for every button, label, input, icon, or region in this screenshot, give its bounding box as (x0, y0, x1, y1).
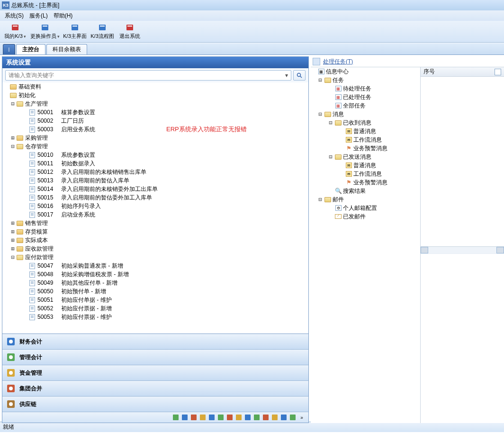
tree-item[interactable]: 50003启用业务系统 (2, 125, 308, 134)
search-box[interactable]: ▾ (5, 70, 291, 81)
expand-icon[interactable]: ⊟ (317, 111, 323, 117)
strip-icon-3[interactable] (199, 414, 207, 421)
expand-icon[interactable] (338, 162, 344, 169)
nav-guanli[interactable]: 管理会计 (2, 350, 308, 365)
task-tree-item[interactable]: ✉工作流消息 (311, 135, 420, 144)
h-scrollbar[interactable] (421, 246, 504, 254)
tree-folder[interactable]: ⊞存货核算 (2, 227, 308, 236)
expand-icon[interactable] (328, 188, 333, 194)
strip-icon-2[interactable] (190, 414, 198, 421)
strip-icon-12[interactable] (280, 414, 288, 421)
tree-item[interactable]: 50050初始预付单 - 新增 (2, 287, 308, 296)
menu-item[interactable]: 系统(S) (3, 11, 26, 21)
tree-item[interactable]: 50001核算参数设置 (2, 108, 308, 117)
exit-button[interactable]: 退出系统 (117, 22, 142, 42)
expand-icon[interactable]: ⊟ (317, 196, 323, 203)
tree-folder[interactable]: ⊞实际成本 (2, 236, 308, 244)
task-tree-item[interactable]: ⚑业务预警消息 (311, 144, 420, 153)
nav-zijin[interactable]: 资金管理 (2, 365, 308, 381)
expand-icon[interactable] (3, 91, 9, 99)
tree-item[interactable]: 50002工厂日历 (2, 117, 308, 125)
expand-icon[interactable] (328, 205, 333, 211)
tree-folder[interactable]: ⊞采购管理 (2, 134, 308, 142)
expand-icon[interactable] (338, 136, 344, 143)
my-k3-button[interactable]: 我的K/3 (3, 22, 27, 42)
tree-folder[interactable]: ⊞销售管理 (2, 219, 308, 227)
tree-container[interactable]: 基础资料 初始化⊟生产管理 50001核算参数设置 50002工厂日历 5000… (2, 82, 308, 334)
strip-icon-8[interactable] (244, 414, 252, 421)
tree-folder[interactable]: ⊟生产管理 (2, 99, 308, 108)
strip-icon-1[interactable] (181, 414, 189, 421)
nav-caiwu[interactable]: 财务会计 (2, 334, 308, 350)
task-tree-item[interactable]: ⚑业务预警消息 (311, 178, 420, 187)
expand-icon[interactable] (338, 179, 344, 186)
k3-main-button[interactable]: K/3主界面 (63, 22, 87, 42)
expand-icon[interactable] (338, 171, 344, 177)
search-dropdown-icon[interactable]: ▾ (285, 72, 288, 79)
expand-icon[interactable]: ⊞ (10, 236, 16, 244)
task-tree-pane[interactable]: ▦信息中心⊟任务 ▦待处理任务 ▦已处理任务 ▦全部任务⊟消息⊟已收到消息 ✉普… (311, 67, 421, 423)
process-task-link[interactable]: 处理任务(T) (323, 58, 353, 66)
tab-handle[interactable]: ⁞ (3, 44, 15, 54)
tree-item[interactable]: 50011初始数据录入 (2, 159, 308, 168)
tree-item[interactable]: 50010系统参数设置 (2, 151, 308, 159)
tree-item[interactable]: 50052初始应付票据 - 新增 (2, 304, 308, 313)
search-button[interactable] (293, 70, 306, 81)
tab-zhukongtai[interactable]: 主控台 (16, 44, 45, 54)
strip-icon-6[interactable] (226, 414, 234, 421)
tree-item[interactable]: 50047初始采购普通发票 - 新增 (2, 262, 308, 270)
expand-icon[interactable] (328, 102, 333, 109)
expand-icon[interactable] (328, 213, 333, 220)
task-tree-item[interactable]: ▦信息中心 (311, 67, 420, 76)
tree-folder[interactable]: ⊞应收款管理 (2, 244, 308, 253)
strip-icon-13[interactable] (289, 414, 297, 421)
menu-item[interactable]: 帮助(H) (52, 11, 75, 21)
task-tree-item[interactable]: ✉工作流消息 (311, 170, 420, 178)
task-tree-item[interactable]: 已发邮件 (311, 212, 420, 221)
expand-icon[interactable]: ⊟ (317, 77, 323, 83)
expand-icon[interactable] (338, 145, 344, 152)
task-tree-item[interactable]: ✉普通消息 (311, 127, 420, 135)
task-tree-item[interactable]: ▦全部任务 (311, 101, 420, 110)
task-tree-item[interactable]: ⊟已发送消息 (311, 153, 420, 161)
expand-icon[interactable]: ⊟ (10, 253, 16, 262)
tree-item[interactable]: 50017启动业务系统 (2, 210, 308, 219)
tree-item[interactable]: 50014录入启用期前的未核销委外加工出库单 (2, 185, 308, 193)
search-input[interactable] (9, 72, 285, 79)
scroll-left-icon[interactable] (421, 247, 428, 253)
expand-icon[interactable]: ⊞ (10, 134, 16, 142)
tree-item[interactable]: 50051初始应付单据 - 维护 (2, 296, 308, 304)
tree-folder[interactable]: ⊟仓存管理 (2, 142, 308, 151)
expand-icon[interactable]: ⊞ (10, 219, 16, 227)
strip-icon-4[interactable] (208, 414, 216, 421)
strip-more-icon[interactable]: » (298, 414, 306, 421)
strip-icon-10[interactable] (262, 414, 270, 421)
tab-kemuyue[interactable]: 科目余额表 (46, 44, 87, 54)
menu-item[interactable]: 服务(L) (27, 11, 50, 21)
expand-icon[interactable] (311, 68, 316, 75)
task-tree-item[interactable]: ⊟任务 (311, 76, 420, 84)
switch-op-button[interactable]: 更换操作员 (30, 22, 60, 42)
expand-icon[interactable]: ⊞ (10, 227, 16, 236)
expand-icon[interactable] (338, 128, 344, 135)
strip-icon-11[interactable] (271, 414, 279, 421)
task-tree-item[interactable]: ▦待处理任务 (311, 84, 420, 93)
strip-icon-0[interactable] (172, 414, 180, 421)
k3-flow-button[interactable]: K/3流程图 (90, 22, 115, 42)
tree-item[interactable]: 50012录入启用期前的未核销销售出库单 (2, 168, 308, 176)
tree-folder[interactable]: 基础资料 (2, 82, 308, 91)
strip-icon-7[interactable] (235, 414, 243, 421)
task-tree-item[interactable]: 🔍搜索结果 (311, 187, 420, 195)
tree-item[interactable]: 50015录入启用期前的暂估委外加工入库单 (2, 193, 308, 202)
scroll-track[interactable] (428, 247, 496, 253)
expand-icon[interactable]: ⊞ (10, 244, 16, 253)
strip-icon-9[interactable] (253, 414, 261, 421)
expand-icon[interactable]: ⊟ (328, 119, 333, 126)
tree-folder[interactable]: ⊟应付款管理 (2, 253, 308, 262)
nav-gongying[interactable]: 供应链 (2, 397, 308, 412)
task-tree-item[interactable]: ⊟邮件 (311, 195, 420, 204)
expand-icon[interactable] (328, 85, 333, 92)
task-tree-item[interactable]: ⚙个人邮箱配置 (311, 204, 420, 212)
tree-item[interactable]: 50053初始应付票据 - 维护 (2, 313, 308, 321)
task-tree-item[interactable]: ▦已处理任务 (311, 93, 420, 101)
